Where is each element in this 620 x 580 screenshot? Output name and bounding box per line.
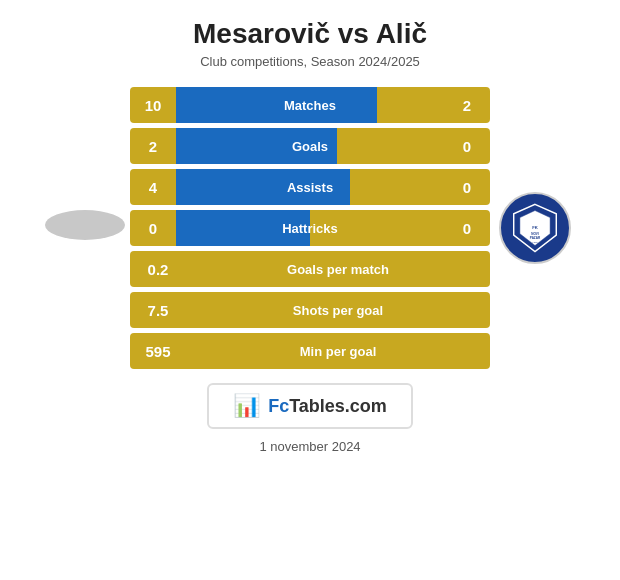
stat-left-value: 2: [130, 138, 176, 155]
stat-label: Matches: [176, 98, 444, 113]
stat-bar-area: Matches: [176, 87, 444, 123]
match-title: Mesarovič vs Alič: [193, 18, 427, 50]
stat-single-value: 0.2: [130, 261, 186, 278]
stat-right-value: 0: [444, 138, 490, 155]
page-container: Mesarovič vs Alič Club competitions, Sea…: [0, 0, 620, 580]
fctables-banner: 📊 FcTables.com: [207, 383, 413, 429]
comparison-area: 10 Matches 2 2 Goals 0 4 Assists 0 0: [10, 87, 610, 369]
svg-text:PAZAR: PAZAR: [530, 236, 541, 240]
left-team-logo-area: [40, 210, 130, 246]
svg-text:FK: FK: [532, 225, 539, 230]
stat-left-value: 4: [130, 179, 176, 196]
stat-single-value: 595: [130, 343, 186, 360]
stat-row-dual: 0 Hattricks 0: [130, 210, 490, 246]
right-team-crest: FK NOVI PAZAR 1928: [509, 202, 561, 254]
stat-row-single: 0.2 Goals per match: [130, 251, 490, 287]
right-logo-circle: FK NOVI PAZAR 1928: [499, 192, 571, 264]
svg-text:NOVI: NOVI: [531, 232, 539, 236]
fctables-icon: 📊: [233, 393, 260, 419]
match-date: 1 november 2024: [259, 439, 360, 454]
stat-label: Goals: [176, 139, 444, 154]
stat-row-single: 595 Min per goal: [130, 333, 490, 369]
stat-left-value: 0: [130, 220, 176, 237]
stat-right-value: 0: [444, 220, 490, 237]
match-subtitle: Club competitions, Season 2024/2025: [200, 54, 420, 69]
stats-column: 10 Matches 2 2 Goals 0 4 Assists 0 0: [130, 87, 490, 369]
stat-bar-area: Assists: [176, 169, 444, 205]
stat-left-value: 10: [130, 97, 176, 114]
right-team-logo-area: FK NOVI PAZAR 1928: [490, 192, 580, 264]
stat-row-dual: 2 Goals 0: [130, 128, 490, 164]
stat-right-value: 0: [444, 179, 490, 196]
stat-single-label: Min per goal: [186, 344, 490, 359]
fctables-text: FcTables.com: [268, 396, 387, 417]
stat-right-value: 2: [444, 97, 490, 114]
stat-label: Hattricks: [176, 221, 444, 236]
stat-bar-area: Hattricks: [176, 210, 444, 246]
stat-bar-area: Goals: [176, 128, 444, 164]
stat-single-label: Shots per goal: [186, 303, 490, 318]
stat-single-label: Goals per match: [186, 262, 490, 277]
svg-text:1928: 1928: [532, 241, 538, 244]
stat-single-value: 7.5: [130, 302, 186, 319]
left-logo-ellipse: [45, 210, 125, 240]
stat-row-dual: 4 Assists 0: [130, 169, 490, 205]
stat-label: Assists: [176, 180, 444, 195]
stat-row-single: 7.5 Shots per goal: [130, 292, 490, 328]
stat-row-dual: 10 Matches 2: [130, 87, 490, 123]
